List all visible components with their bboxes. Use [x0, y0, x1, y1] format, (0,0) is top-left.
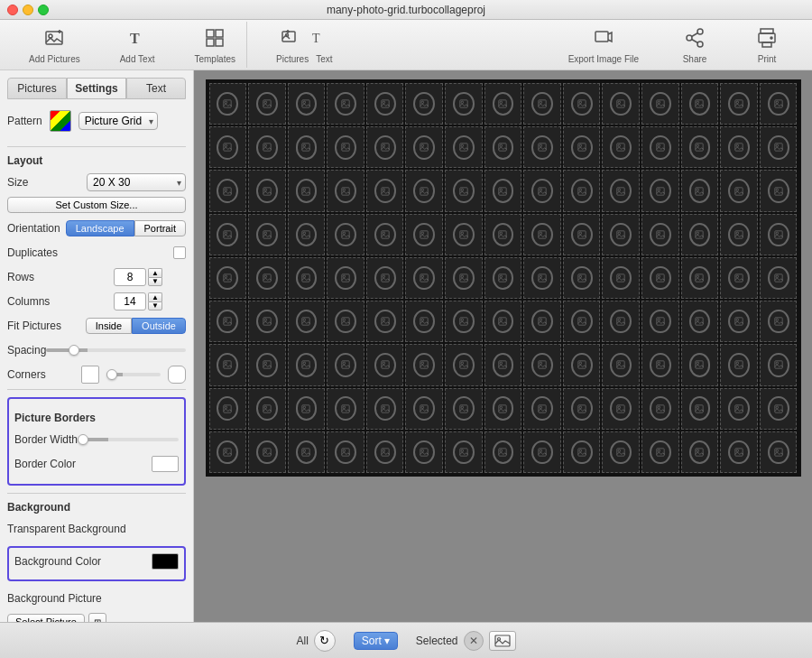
grid-cell[interactable]	[366, 214, 404, 255]
grid-cell[interactable]	[720, 431, 758, 473]
grid-cell[interactable]	[445, 344, 483, 385]
grid-cell[interactable]	[641, 344, 679, 385]
grid-cell[interactable]	[445, 431, 483, 473]
grid-cell[interactable]	[484, 388, 522, 430]
grid-cell[interactable]	[288, 126, 326, 168]
grid-cell[interactable]	[563, 170, 601, 211]
grid-cell[interactable]	[563, 301, 601, 342]
grid-cell[interactable]	[209, 83, 247, 125]
grid-cell[interactable]	[248, 170, 286, 211]
grid-cell[interactable]	[720, 126, 758, 168]
grid-cell[interactable]	[563, 257, 601, 299]
grid-cell[interactable]	[484, 126, 522, 168]
grid-cell[interactable]	[248, 388, 286, 430]
grid-cell[interactable]	[602, 344, 640, 385]
grid-cell[interactable]	[641, 83, 679, 125]
text-icon[interactable]: T	[305, 25, 330, 51]
grid-cell[interactable]	[405, 344, 443, 385]
grid-cell[interactable]	[366, 257, 404, 299]
add-text-section[interactable]: T Add Text	[109, 22, 166, 68]
corner-square[interactable]	[81, 366, 99, 384]
grid-cell[interactable]	[288, 170, 326, 211]
grid-cell[interactable]	[760, 170, 798, 211]
minimize-button[interactable]	[23, 5, 33, 15]
grid-cell[interactable]	[602, 83, 640, 125]
custom-size-button[interactable]: Set Custom Size...	[7, 197, 186, 213]
grid-cell[interactable]	[681, 301, 719, 342]
corners-slider[interactable]	[106, 373, 161, 376]
grid-cell[interactable]	[602, 126, 640, 168]
maximize-button[interactable]	[38, 5, 49, 15]
grid-cell[interactable]	[366, 301, 404, 342]
pictures-icon[interactable]	[278, 25, 303, 51]
grid-cell[interactable]	[209, 257, 247, 299]
grid-cell[interactable]	[484, 301, 522, 342]
grid-cell[interactable]	[445, 170, 483, 211]
grid-cell[interactable]	[209, 170, 247, 211]
add-pictures-section[interactable]: Add Pictures	[18, 22, 91, 68]
grid-cell[interactable]	[327, 257, 364, 299]
share-section[interactable]: Share	[668, 22, 722, 68]
grid-cell[interactable]	[641, 257, 679, 299]
grid-cell[interactable]	[523, 214, 561, 255]
grid-cell[interactable]	[405, 214, 443, 255]
landscape-button[interactable]: Landscape	[66, 220, 134, 236]
grid-cell[interactable]	[484, 214, 522, 255]
grid-cell[interactable]	[405, 126, 443, 168]
grid-cell[interactable]	[760, 388, 798, 430]
grid-cell[interactable]	[445, 257, 483, 299]
grid-cell[interactable]	[563, 431, 601, 473]
grid-cell[interactable]	[681, 170, 719, 211]
tab-text[interactable]: Text	[126, 78, 186, 99]
grid-cell[interactable]	[523, 257, 561, 299]
grid-cell[interactable]	[563, 344, 601, 385]
grid-cell[interactable]	[760, 214, 798, 255]
rows-input[interactable]	[114, 268, 146, 286]
grid-cell[interactable]	[681, 257, 719, 299]
grid-cell[interactable]	[523, 83, 561, 125]
grid-cell[interactable]	[366, 126, 404, 168]
grid-cell[interactable]	[484, 344, 522, 385]
grid-cell[interactable]	[327, 214, 364, 255]
grid-cell[interactable]	[248, 344, 286, 385]
grid-cell[interactable]	[563, 388, 601, 430]
grid-cell[interactable]	[445, 214, 483, 255]
grid-cell[interactable]	[720, 301, 758, 342]
grid-cell[interactable]	[760, 83, 798, 125]
selected-clear-button[interactable]: ✕	[464, 631, 484, 651]
grid-cell[interactable]	[445, 126, 483, 168]
grid-cell[interactable]	[602, 388, 640, 430]
grid-cell[interactable]	[602, 257, 640, 299]
background-color-swatch[interactable]	[152, 553, 179, 570]
grid-cell[interactable]	[523, 301, 561, 342]
grid-cell[interactable]	[681, 431, 719, 473]
selected-image-button[interactable]	[489, 631, 516, 651]
grid-cell[interactable]	[366, 344, 404, 385]
grid-cell[interactable]	[641, 170, 679, 211]
grid-cell[interactable]	[327, 344, 364, 385]
grid-cell[interactable]	[681, 344, 719, 385]
grid-cell[interactable]	[288, 301, 326, 342]
grid-cell[interactable]	[681, 83, 719, 125]
close-button[interactable]	[7, 5, 18, 15]
border-width-slider[interactable]	[78, 438, 179, 441]
grid-cell[interactable]	[641, 388, 679, 430]
grid-cell[interactable]	[209, 388, 247, 430]
grid-cell[interactable]	[681, 126, 719, 168]
grid-cell[interactable]	[563, 83, 601, 125]
grid-cell[interactable]	[523, 388, 561, 430]
grid-cell[interactable]	[327, 301, 364, 342]
grid-cell[interactable]	[288, 214, 326, 255]
grid-cell[interactable]	[248, 257, 286, 299]
corner-rounded[interactable]	[168, 366, 186, 384]
grid-cell[interactable]	[248, 301, 286, 342]
rows-grid-button[interactable]	[166, 267, 186, 287]
grid-cell[interactable]	[248, 83, 286, 125]
grid-cell[interactable]	[405, 170, 443, 211]
grid-cell[interactable]	[327, 170, 364, 211]
grid-cell[interactable]	[288, 431, 326, 473]
grid-cell[interactable]	[720, 257, 758, 299]
grid-cell[interactable]	[523, 344, 561, 385]
grid-cell[interactable]	[445, 301, 483, 342]
grid-cell[interactable]	[523, 170, 561, 211]
